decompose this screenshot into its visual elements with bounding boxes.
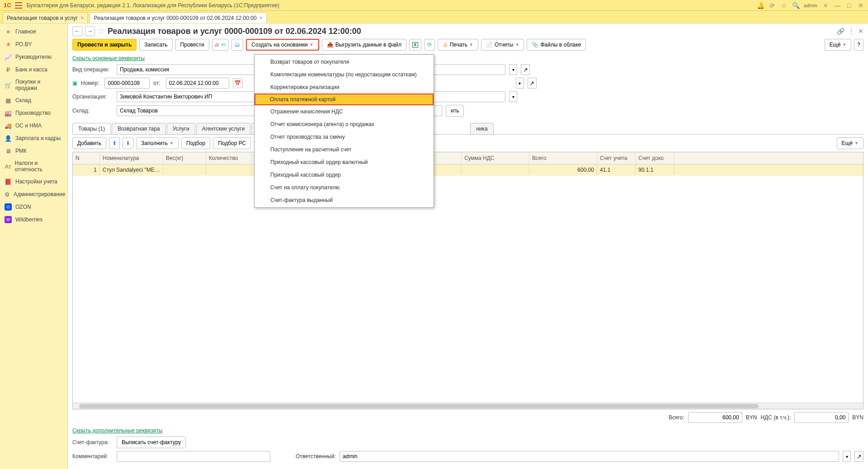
hide-additional-link[interactable]: Скрыть дополнительные реквизиты [72,427,162,434]
menu-item[interactable]: Комплектации номенклатуры (по недостающи… [255,68,434,81]
menu-item[interactable]: Отчет комиссионера (агента) о продажах [255,118,434,131]
tab-services[interactable]: Услуги [167,123,195,134]
sidebar-item-assets[interactable]: 🚚ОС и НМА [0,119,67,132]
sidebar-item-rmk[interactable]: 🖥РМК [0,145,67,157]
sidebar-item-main[interactable]: ≡Главное [0,25,67,38]
menu-item[interactable]: Приходный кассовый ордер [255,169,434,181]
excel-button[interactable]: X [409,39,421,51]
th-kol[interactable]: Количество [206,152,251,164]
tab-close-icon[interactable]: × [80,15,84,21]
menu-item[interactable]: Счет-фактура выданный [255,194,434,206]
link-icon[interactable]: 🔗 [837,28,844,35]
save-button[interactable]: Записать [139,39,172,51]
pick-button[interactable]: Подбор [181,137,210,149]
hide-main-link[interactable]: Скрыть основные реквизиты [72,55,145,61]
dtct-button[interactable]: ДтКт [212,39,229,51]
tab-close-icon[interactable]: × [259,15,263,21]
star-icon[interactable]: ☆ [780,2,788,9]
sidebar-item-taxes[interactable]: AτНалоги и отчетность [0,157,67,175]
move-up-button[interactable]: ⬆ [109,137,120,149]
sidebar-item-sales[interactable]: 🛒Покупки и продажи [0,76,67,94]
files-cloud-button[interactable]: 📎 Файлы в облаке [527,39,586,51]
post-and-close-button[interactable]: Провести и закрыть [72,39,137,51]
responsible-input[interactable] [340,451,839,462]
date-input[interactable] [166,78,229,89]
print-button[interactable]: 🖨 Печать ▼ [438,39,478,51]
scrollbar-thumb[interactable] [79,404,759,408]
menu-item[interactable]: Отчет производства за смену [255,131,434,143]
org-dropdown[interactable]: ▾ [509,91,517,102]
reports-button[interactable]: 📄 Отчеты ▼ [481,39,524,51]
settings-icon[interactable]: ≡ [822,2,829,9]
sidebar-item-admin[interactable]: ⚙Администрирование [0,188,67,201]
create-based-button[interactable]: Создать на основании ▼ [246,39,319,51]
counterparty-open[interactable]: ↗ [528,78,537,89]
sidebar-item-warehouse[interactable]: ▦Склад [0,94,67,107]
tab-additional[interactable]: ника [470,123,494,134]
op-type-open[interactable]: ↗ [521,64,530,75]
fill-button[interactable]: Заполнить ▼ [136,137,179,149]
app-tab-2[interactable]: Реализация товаров и услуг 0000-000109 о… [90,12,266,23]
app-tab-1[interactable]: Реализация товаров и услуг × [3,12,88,23]
post-button[interactable]: Провести [175,39,209,51]
warehouse-add-button[interactable]: ить [446,105,464,117]
history-icon[interactable]: ⟳ [769,2,776,9]
refresh-button[interactable]: ⟳ [424,39,435,51]
menu-item[interactable]: Корректировка реализации [255,81,434,94]
menu-item-highlighted[interactable]: Оплата платежной картой [255,94,434,105]
sidebar-item-wb[interactable]: WWildberries [0,213,67,226]
th-total[interactable]: Всего [529,152,597,164]
search-icon[interactable]: 🔍 [792,2,799,9]
close-window-icon[interactable]: ✕ [857,2,864,9]
sidebar-item-ozon[interactable]: OOZON [0,201,67,213]
user-name[interactable]: admin [804,3,817,8]
add-row-button[interactable]: Добавить [72,137,106,149]
responsible-open[interactable]: ↗ [854,451,863,462]
close-icon[interactable]: ✕ [858,28,863,35]
sidebar-item-manager[interactable]: 📈Руководителю [0,51,67,63]
minimize-icon[interactable]: — [834,2,841,9]
kebab-icon[interactable]: ⋮ [848,28,854,35]
maximize-icon[interactable]: □ [845,2,853,9]
op-type-dropdown[interactable]: ▾ [509,64,517,75]
th-acc[interactable]: Счет учета [597,152,636,164]
responsible-dropdown[interactable]: ▾ [843,451,851,462]
th-ves[interactable]: Вес(кг) [163,152,206,164]
tab-agency[interactable]: Агентские услуги [196,123,251,134]
sidebar-item-bank[interactable]: ₽Банк и касса [0,63,67,76]
number-input[interactable] [104,78,150,89]
counterparty-dropdown[interactable]: ▾ [516,78,524,89]
help-button[interactable]: ? [854,39,863,51]
horizontal-scrollbar[interactable] [73,403,863,409]
calendar-icon[interactable]: 📅 [233,78,243,88]
sidebar-item-poby[interactable]: ✳PO.BY [0,38,67,51]
th-n[interactable]: N [73,152,100,164]
sidebar-item-production[interactable]: 🏭Производство [0,107,67,119]
export-data-button[interactable]: 📤 Выгрузить данные в файл [322,39,406,51]
th-acc2[interactable]: Счет дохо [636,152,674,164]
sidebar-item-settings[interactable]: 📕Настройки учета [0,175,67,188]
nds-input[interactable] [794,412,849,423]
sub-more-button[interactable]: Ещё ▼ [837,137,863,149]
menu-item[interactable]: Поступление на расчетный счет [255,143,434,156]
move-down-button[interactable]: ⬇ [123,137,133,149]
th-sumnds[interactable]: Сумма НДС [462,152,529,164]
total-input[interactable] [688,412,742,423]
table-row[interactable]: 1 Стул Sandalyeci "ME… 600,00 41.1 90.1.… [73,164,863,176]
sidebar-item-salary[interactable]: 👤Зарплата и кадры [0,132,67,145]
more-button[interactable]: Ещё ▼ [825,39,851,51]
menu-item[interactable]: Отражение начисления НДС [255,105,434,118]
nav-forward-button[interactable]: → [85,26,95,36]
menu-item[interactable]: Возврат товаров от покупателя [255,56,434,68]
pick-rs-button[interactable]: Подбор РС [213,137,251,149]
th-nomen[interactable]: Номенклатура [100,152,163,164]
comment-input[interactable] [117,451,270,462]
favorite-icon[interactable]: ☆ [98,26,105,36]
menu-item[interactable]: Приходный кассовый ордер валютный [255,156,434,169]
structure-button[interactable]: 🗂 [231,39,243,51]
bell-icon[interactable]: 🔔 [757,2,764,9]
nav-back-button[interactable]: ← [72,26,82,36]
tab-returnable[interactable]: Возвратная тара [112,123,166,134]
tab-goods[interactable]: Товары (1) [72,123,111,134]
write-invoice-button[interactable]: Выписать счет-фактуру [117,436,186,448]
